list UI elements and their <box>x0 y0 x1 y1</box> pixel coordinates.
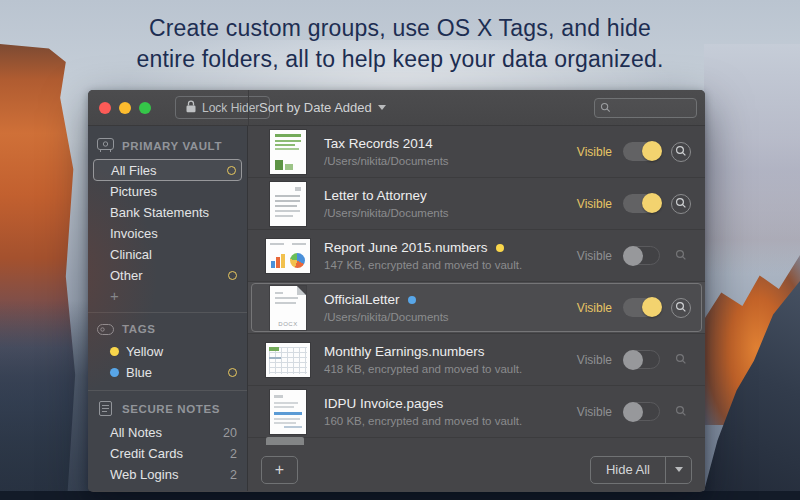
preview-search-button[interactable] <box>671 246 691 266</box>
sidebar-item-invoices[interactable]: Invoices <box>88 223 247 244</box>
file-info: Report June 2015.numbers147 KB, encrypte… <box>324 240 522 271</box>
file-name: Report June 2015.numbers <box>324 240 488 255</box>
sidebar-section-divider <box>88 312 247 313</box>
file-subtitle: 418 KB, encrypted and moved to vault. <box>324 363 522 375</box>
note-icon <box>96 401 114 416</box>
toggle-knob <box>642 193 662 213</box>
file-thumbnail <box>266 343 310 377</box>
file-list: Tax Records 2014/Users/nikita/DocumentsV… <box>248 126 705 491</box>
sidebar-add-button[interactable]: + <box>88 286 247 305</box>
file-thumbnail-slot: DOCX <box>266 286 310 330</box>
preview-search-button[interactable] <box>671 402 691 422</box>
sidebar-item-label: Pictures <box>110 184 157 199</box>
file-row[interactable]: Tax Records 2014/Users/nikita/DocumentsV… <box>248 126 705 178</box>
row-controls: Visible <box>577 246 691 266</box>
preview-search-button[interactable] <box>671 298 691 318</box>
search-input[interactable] <box>615 101 691 115</box>
file-row[interactable]: Letter to Attorney/Users/nikita/Document… <box>248 178 705 230</box>
sidebar-item-bank-statements[interactable]: Bank Statements <box>88 202 247 223</box>
sidebar-item-label: Other <box>110 268 143 283</box>
file-row[interactable]: Report June 2015.numbers147 KB, encrypte… <box>248 230 705 282</box>
file-title-line: Tax Records 2014 <box>324 136 449 151</box>
file-info: OfficialLetter/Users/nikita/Documents <box>324 292 449 323</box>
visibility-toggle[interactable] <box>623 194 660 213</box>
marketing-headline: Create custom groups, use OS X Tags, and… <box>0 13 800 75</box>
file-row[interactable]: IDPU Invoice.pages160 KB, encrypted and … <box>248 386 705 438</box>
sidebar-item-all-notes[interactable]: All Notes20 <box>88 422 247 443</box>
file-tag-dot <box>408 296 416 304</box>
file-row[interactable]: Monthly Earnings.numbers418 KB, encrypte… <box>248 334 705 386</box>
vault-icon <box>96 138 114 153</box>
tag-color-dot <box>110 347 119 356</box>
sidebar-item-all-files[interactable]: All Files <box>93 159 242 181</box>
window-content: PRIMARY VAULTAll FilesPicturesBank State… <box>88 126 705 491</box>
sidebar-item-account-numbers[interactable]: Account Numbers2 <box>88 485 247 491</box>
visible-label: Visible <box>577 197 612 211</box>
visibility-toggle[interactable] <box>623 402 660 421</box>
chevron-down-icon <box>675 467 683 472</box>
file-thumbnail-slot <box>266 130 310 174</box>
sidebar-item-web-logins[interactable]: Web Logins2 <box>88 464 247 485</box>
preview-search-button[interactable] <box>671 194 691 214</box>
visibility-toggle[interactable] <box>623 350 660 369</box>
file-title-line: IDPU Invoice.pages <box>324 396 522 411</box>
minimize-button[interactable] <box>119 102 131 114</box>
file-thumbnail <box>270 130 306 174</box>
tag-color-dot <box>110 368 119 377</box>
zoom-button[interactable] <box>139 102 151 114</box>
file-title-line: Report June 2015.numbers <box>324 240 522 255</box>
sidebar-item-label: Bank Statements <box>110 205 209 220</box>
magnifier-icon <box>675 299 687 317</box>
add-file-button[interactable]: + <box>261 456 298 484</box>
sidebar-item-credit-cards[interactable]: Credit Cards2 <box>88 443 247 464</box>
sidebar-section-title: PRIMARY VAULT <box>122 140 222 152</box>
sidebar-item-label: Web Logins <box>110 467 178 482</box>
sidebar-item-blue[interactable]: Blue <box>88 362 247 383</box>
sidebar-item-label: All Notes <box>110 425 162 440</box>
file-thumbnail-slot <box>266 239 310 273</box>
hide-all-dropdown-button[interactable] <box>666 457 691 483</box>
sidebar-item-yellow[interactable]: Yellow <box>88 341 247 362</box>
sidebar-section-header-primary-vault: PRIMARY VAULT <box>88 130 247 159</box>
chevron-down-icon <box>378 105 386 110</box>
sidebar-item-label: Invoices <box>110 226 158 241</box>
lock-hider-button[interactable]: Lock Hider <box>175 96 270 119</box>
file-thumbnail-slot <box>266 390 310 434</box>
list-footer: + Hide All <box>248 448 705 491</box>
row-controls: Visible <box>577 298 691 318</box>
file-thumbnail: DOCX <box>270 286 306 330</box>
file-row[interactable]: DOCXOfficialLetter/Users/nikita/Document… <box>248 282 705 334</box>
item-count-badge: 2 <box>230 468 237 482</box>
visible-label: Visible <box>577 405 612 419</box>
file-name: OfficialLetter <box>324 292 400 307</box>
file-tag-dot <box>496 244 504 252</box>
wallpaper-bottom-strip <box>0 491 800 500</box>
file-title-line: Monthly Earnings.numbers <box>324 344 522 359</box>
close-button[interactable] <box>99 102 111 114</box>
file-info: Letter to Attorney/Users/nikita/Document… <box>324 188 449 219</box>
sidebar-item-pictures[interactable]: Pictures <box>88 181 247 202</box>
file-subtitle: /Users/nikita/Documents <box>324 311 449 323</box>
preview-search-button[interactable] <box>671 350 691 370</box>
toggle-knob <box>623 350 643 370</box>
file-subtitle: 147 KB, encrypted and moved to vault. <box>324 259 522 271</box>
file-subtitle: 160 KB, encrypted and moved to vault. <box>324 415 522 427</box>
visibility-toggle[interactable] <box>623 142 660 161</box>
sort-menu[interactable]: Sort by Date Added <box>259 100 386 115</box>
hide-all-button[interactable]: Hide All <box>591 457 665 483</box>
sidebar-item-other[interactable]: Other <box>88 265 247 286</box>
visibility-toggle[interactable] <box>623 246 660 265</box>
preview-search-button[interactable] <box>671 142 691 162</box>
headline-line-2: entire folders, all to help keep your da… <box>0 44 800 75</box>
visible-label: Visible <box>577 353 612 367</box>
file-name: Monthly Earnings.numbers <box>324 344 485 359</box>
traffic-lights <box>88 102 151 114</box>
titlebar-divider <box>248 90 249 125</box>
visibility-toggle[interactable] <box>623 298 660 317</box>
sidebar-item-label: All Files <box>111 163 157 178</box>
sidebar-section-title: SECURE NOTES <box>122 403 220 415</box>
search-field[interactable] <box>594 98 697 118</box>
file-title-line: Letter to Attorney <box>324 188 449 203</box>
sidebar-item-clinical[interactable]: Clinical <box>88 244 247 265</box>
file-name: Letter to Attorney <box>324 188 427 203</box>
